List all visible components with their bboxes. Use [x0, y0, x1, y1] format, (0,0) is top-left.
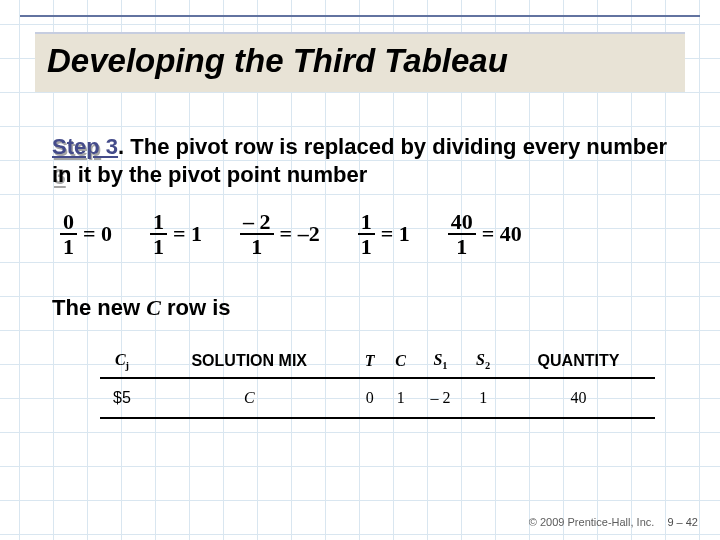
table-row: $5 C 0 1 – 2 1 40	[100, 378, 655, 418]
step-label-text: Step 3	[52, 134, 118, 159]
col-t: T	[355, 345, 385, 378]
equation-result: = 1	[381, 221, 410, 247]
page-number: 9 – 42	[667, 516, 698, 528]
equations-row: 0 1 = 0 1 1 = 1 – 2 1 = –2 1 1 = 1 40	[60, 210, 522, 258]
fraction: 1 1	[150, 210, 167, 258]
denominator: 1	[248, 235, 265, 258]
denominator: 1	[358, 235, 375, 258]
numerator: – 2	[240, 210, 274, 233]
col-c: C	[385, 345, 417, 378]
new-row-var: C	[146, 295, 161, 320]
equation-5: 40 1 = 40	[448, 210, 522, 258]
fraction: – 2 1	[240, 210, 274, 258]
cell-cj: $5	[100, 378, 144, 418]
step-text: . The pivot row is replaced by dividing …	[52, 134, 667, 187]
col-s2: S2	[464, 345, 502, 378]
cell-qty: 40	[502, 378, 655, 418]
page-title: Developing the Third Tableau	[47, 42, 673, 80]
new-row-post: row is	[161, 295, 231, 320]
equation-3: – 2 1 = –2	[240, 210, 320, 258]
step-paragraph: Step 3 Step 3 . The pivot row is replace…	[52, 133, 668, 189]
equation-result: = –2	[280, 221, 320, 247]
denominator: 1	[60, 235, 77, 258]
new-row-label: The new C row is	[52, 295, 231, 321]
tableau: Cj SOLUTION MIX T C S1 S2 QUANTITY $5 C …	[100, 345, 655, 419]
title-band: Developing the Third Tableau	[35, 32, 685, 92]
col-quantity: QUANTITY	[502, 345, 655, 378]
numerator: 1	[358, 210, 375, 233]
copyright: © 2009 Prentice-Hall, Inc.	[529, 516, 655, 528]
denominator: 1	[453, 235, 470, 258]
equation-4: 1 1 = 1	[358, 210, 410, 258]
fraction: 1 1	[358, 210, 375, 258]
numerator: 1	[150, 210, 167, 233]
footer: © 2009 Prentice-Hall, Inc. 9 – 42	[529, 516, 698, 528]
fraction: 40 1	[448, 210, 476, 258]
tableau-header-row: Cj SOLUTION MIX T C S1 S2 QUANTITY	[100, 345, 655, 378]
col-s1: S1	[417, 345, 465, 378]
new-row-pre: The new	[52, 295, 146, 320]
numerator: 40	[448, 210, 476, 233]
equation-result: = 1	[173, 221, 202, 247]
equation-result: = 0	[83, 221, 112, 247]
numerator: 0	[60, 210, 77, 233]
cell-t: 0	[355, 378, 385, 418]
equation-2: 1 1 = 1	[150, 210, 202, 258]
cell-s1: – 2	[417, 378, 465, 418]
equation-result: = 40	[482, 221, 522, 247]
col-solution-mix: SOLUTION MIX	[144, 345, 355, 378]
cell-solution-mix: C	[144, 378, 355, 418]
top-rule	[20, 15, 700, 17]
fraction: 0 1	[60, 210, 77, 258]
equation-1: 0 1 = 0	[60, 210, 112, 258]
step-label: Step 3 Step 3	[52, 133, 118, 161]
cell-c: 1	[385, 378, 417, 418]
denominator: 1	[150, 235, 167, 258]
col-cj: Cj	[100, 345, 144, 378]
cell-s2: 1	[464, 378, 502, 418]
tableau-table: Cj SOLUTION MIX T C S1 S2 QUANTITY $5 C …	[100, 345, 655, 419]
